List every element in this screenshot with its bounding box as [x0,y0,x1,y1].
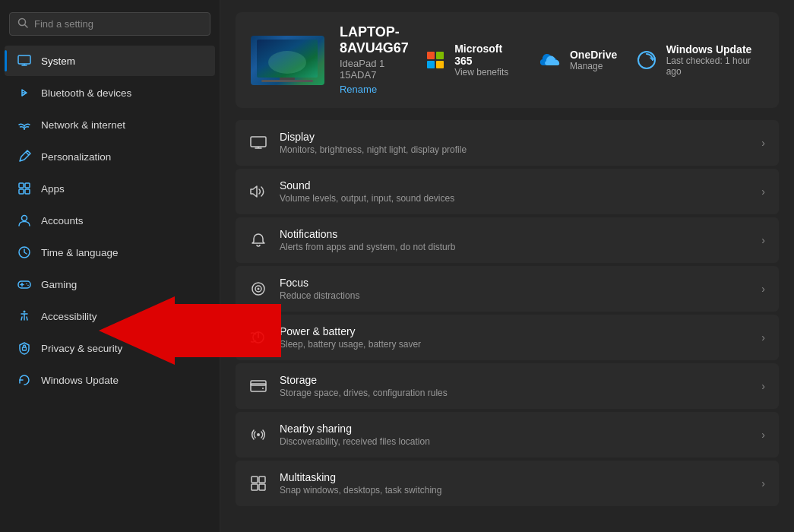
svg-rect-38 [251,484,258,490]
personalization-icon [17,149,32,164]
svg-line-6 [26,152,29,155]
svg-rect-37 [259,477,265,483]
apps-icon [17,181,32,196]
sidebar-label-personalization: Personalization [41,151,111,163]
header-services: Microsoft 365 View benefits OneDrive Man… [424,43,764,78]
svg-line-1 [25,25,28,28]
settings-row-power[interactable]: Power & battery Sleep, battery usage, ba… [236,315,779,360]
svg-point-34 [262,388,264,389]
multitasking-text: Multitasking Snap windows, desktops, tas… [280,471,749,496]
svg-rect-8 [25,183,30,188]
focus-text: Focus Reduce distractions [280,277,749,301]
windows-update-header[interactable]: Windows Update Last checked: 1 hour ago [635,43,764,78]
main-content: LAPTOP-8AVU4G67 IdeaPad 1 15ADA7 Rename [220,0,794,532]
settings-row-focus[interactable]: Focus Reduce distractions › [236,266,779,312]
device-model: IdeaPad 1 15ADA7 [340,58,409,81]
svg-rect-24 [251,137,266,147]
settings-row-notifications[interactable]: Notifications Alerts from apps and syste… [236,217,779,263]
ms365-text: Microsoft 365 View benefits [454,43,520,78]
search-icon [17,17,28,30]
device-info: LAPTOP-8AVU4G67 IdeaPad 1 15ADA7 Rename [340,24,409,96]
onedrive-service[interactable]: OneDrive Manage [538,43,617,78]
sidebar-label-network: Network & internet [41,119,125,131]
sidebar: System Bluetooth & devices [0,0,220,532]
svg-point-5 [24,128,25,130]
svg-point-21 [268,51,306,74]
sidebar-item-accessibility[interactable]: Accessibility [5,301,215,331]
rename-link[interactable]: Rename [340,84,377,95]
settings-row-multitasking[interactable]: Multitasking Snap windows, desktops, tas… [236,461,779,506]
search-input[interactable] [34,18,202,30]
sidebar-item-bluetooth[interactable]: Bluetooth & devices [5,78,215,108]
privacy-icon [17,340,32,356]
gaming-icon [17,277,32,292]
notifications-text: Notifications Alerts from apps and syste… [280,228,749,252]
svg-point-16 [26,283,27,285]
accounts-icon [17,213,32,228]
microsoft365-service[interactable]: Microsoft 365 View benefits [424,43,520,78]
settings-row-sound[interactable]: Sound Volume levels, output, input, soun… [236,169,779,214]
sound-text: Sound Volume levels, output, input, soun… [280,179,749,204]
sidebar-item-accounts[interactable]: Accounts [5,205,215,236]
sidebar-label-accessibility: Accessibility [41,311,97,322]
sidebar-item-gaming[interactable]: Gaming [5,269,215,299]
chevron-icon: › [761,234,765,246]
svg-rect-39 [259,484,265,490]
update-icon [17,372,32,388]
sidebar-item-personalization[interactable]: Personalization [5,141,215,172]
sidebar-item-update[interactable]: Windows Update [5,365,215,395]
onedrive-icon [538,48,562,72]
windows-update-icon [635,48,658,72]
nearby-text: Nearby sharing Discoverability, received… [280,423,749,447]
svg-point-17 [27,285,29,287]
windows-update-text: Windows Update Last checked: 1 hour ago [666,43,764,77]
sidebar-label-system: System [41,55,75,67]
notifications-icon [249,231,267,249]
onedrive-text: OneDrive Manage [570,49,617,71]
sidebar-item-privacy[interactable]: Privacy & security [5,333,215,363]
bluetooth-icon [17,85,32,100]
sidebar-label-time: Time & language [41,247,119,258]
settings-row-display[interactable]: Display Monitors, brightness, night ligh… [236,120,779,166]
display-text: Display Monitors, brightness, night ligh… [280,131,749,155]
sidebar-label-gaming: Gaming [41,279,77,290]
sidebar-label-update: Windows Update [41,375,119,386]
sidebar-item-network[interactable]: Network & internet [5,109,215,140]
nearby-icon [249,426,267,444]
sidebar-item-time[interactable]: Time & language [5,237,215,268]
svg-rect-22 [280,78,295,80]
sidebar-item-apps[interactable]: Apps [5,173,215,204]
sidebar-label-accounts: Accounts [41,215,84,226]
focus-icon [249,280,267,298]
settings-row-nearby[interactable]: Nearby sharing Discoverability, received… [236,412,779,458]
chevron-icon: › [761,185,765,198]
sidebar-label-bluetooth: Bluetooth & devices [41,87,131,99]
chevron-icon: › [761,283,765,295]
storage-icon [249,377,267,395]
chevron-icon: › [761,429,765,441]
power-icon [249,328,267,347]
ms365-icon [424,48,447,72]
header-card: LAPTOP-8AVU4G67 IdeaPad 1 15ADA7 Rename [236,12,779,108]
multitasking-icon [249,474,267,492]
settings-list: Display Monitors, brightness, night ligh… [236,120,779,506]
sidebar-label-apps: Apps [41,183,65,195]
storage-text: Storage Storage space, drives, configura… [280,374,749,398]
chevron-icon: › [761,137,765,149]
svg-rect-36 [251,477,258,483]
accessibility-icon [17,309,32,324]
chevron-icon: › [761,331,765,344]
search-box[interactable] [9,12,210,36]
display-icon [249,134,267,152]
svg-point-29 [258,288,260,290]
device-thumbnail [251,36,324,85]
svg-rect-10 [25,189,30,194]
sidebar-item-system[interactable]: System [5,46,215,76]
system-icon [17,53,32,68]
settings-row-storage[interactable]: Storage Storage space, drives, configura… [236,363,779,409]
chevron-icon: › [761,477,765,489]
svg-point-11 [22,216,27,221]
power-text: Power & battery Sleep, battery usage, ba… [280,325,749,350]
svg-rect-7 [19,183,24,188]
device-name: LAPTOP-8AVU4G67 [340,24,409,56]
